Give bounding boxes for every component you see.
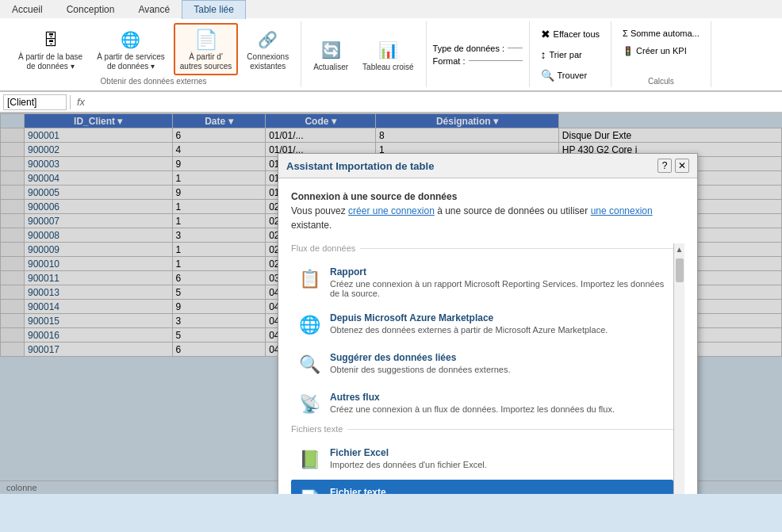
from-services-label: À partir de servicesde données ▾ xyxy=(97,52,165,71)
item-texte[interactable]: 📄 Fichier texte Importez des données à p… xyxy=(291,480,673,494)
rapport-content: Rapport Créez une connexion à un rapport… xyxy=(330,266,668,298)
intro-desc-mid: à une source de données ou utiliser xyxy=(435,205,591,216)
from-other-icon: 📄 xyxy=(194,27,219,52)
sum-auto-button[interactable]: Σ Somme automa... xyxy=(618,26,704,40)
section-fichiers-title: Fichiers texte xyxy=(291,424,673,434)
excel-title: Fichier Excel xyxy=(330,447,668,458)
item-other-flux[interactable]: 📡 Autres flux Créez une connexion à un f… xyxy=(291,385,673,424)
item-suggest[interactable]: 🔍 Suggérer des données liées Obtenir des… xyxy=(291,345,673,385)
other-flux-content: Autres flux Créez une connexion à un flu… xyxy=(330,392,668,414)
clear-all-icon: ✖ xyxy=(541,28,550,40)
sortfilter-buttons: ✖ Effacer tous ↕ Trier par 🔍 Trouver xyxy=(536,23,605,86)
from-services-button[interactable]: 🌐 À partir de servicesde données ▾ xyxy=(91,24,171,75)
create-kpi-button[interactable]: 🚦 Créer un KPI xyxy=(618,44,704,59)
find-icon: 🔍 xyxy=(541,69,554,82)
scroll-track xyxy=(673,255,685,494)
other-flux-title: Autres flux xyxy=(330,392,668,403)
suggest-icon: 🔍 xyxy=(297,352,322,377)
update-icon: 🔄 xyxy=(318,37,343,63)
excel-icon: 📗 xyxy=(297,447,322,473)
intro-desc-post: existante. xyxy=(291,220,332,231)
update-button[interactable]: 🔄 Actualiser xyxy=(308,34,354,75)
existing-conn-icon: 🔗 xyxy=(255,27,281,52)
dialog-title: Assistant Importation de table xyxy=(286,160,434,172)
intro-link-create[interactable]: créer une connexion xyxy=(348,205,435,216)
sum-label: Σ Somme automa... xyxy=(623,29,700,38)
format-row: Format : xyxy=(433,56,523,66)
suggest-desc: Obtenir des suggestions de données exter… xyxy=(330,365,668,374)
rapport-desc: Créez une connexion à un rapport Microso… xyxy=(330,279,668,298)
tab-conception[interactable]: Conception xyxy=(55,0,127,18)
item-rapport[interactable]: 📋 Rapport Créez une connexion à un rappo… xyxy=(291,259,673,305)
texte-title: Fichier texte xyxy=(330,487,668,494)
section-flux-title: Flux de données xyxy=(291,243,673,253)
dialog-help-button[interactable]: ? xyxy=(657,159,672,173)
dialog-close-button[interactable]: ✕ xyxy=(675,159,689,173)
find-label: Trouver xyxy=(558,71,588,80)
item-azure[interactable]: 🌐 Depuis Microsoft Azure Marketplace Obt… xyxy=(291,305,673,345)
name-box[interactable] xyxy=(3,94,67,110)
external-group-label: Obtenir des données externes xyxy=(101,77,207,86)
other-flux-icon: 📡 xyxy=(297,392,322,417)
clear-all-button[interactable]: ✖ Effacer tous xyxy=(536,25,605,43)
dialog-body: Connexion à une source de données Vous p… xyxy=(278,178,697,494)
intro-desc-pre: Vous pouvez xyxy=(291,205,348,216)
from-db-label: À partir de la basede données ▾ xyxy=(18,52,82,71)
existing-conn-button[interactable]: 🔗 Connexionsexistantes xyxy=(241,24,294,75)
ribbon-group-actions: 🔄 Actualiser 📊 Tableau croisé xyxy=(301,21,426,87)
pivot-icon: 📊 xyxy=(375,37,401,63)
from-db-icon: 🗄 xyxy=(38,27,63,52)
from-other-label: À partir d'autres sources xyxy=(180,52,232,71)
kpi-label: 🚦 Créer un KPI xyxy=(623,46,687,56)
sort-label: Trier par xyxy=(550,50,582,59)
ribbon-group-datatype: Type de données : Format : xyxy=(427,21,530,87)
datatype-row: Type de données : xyxy=(433,44,523,53)
dialog-scroll-container: Flux de données 📋 Rapport Créez une conn… xyxy=(291,243,684,494)
clear-all-label: Effacer tous xyxy=(554,29,600,39)
azure-title: Depuis Microsoft Azure Marketplace xyxy=(330,312,668,323)
suggest-title: Suggérer des données liées xyxy=(330,352,668,363)
ribbon: Accueil Conception Avancé Table liée 🗄 À… xyxy=(0,0,782,113)
scroll-thumb[interactable] xyxy=(676,258,684,282)
calculs-buttons: Σ Somme automa... 🚦 Créer un KPI xyxy=(618,23,704,59)
ribbon-group-sortfilter: ✖ Effacer tous ↕ Trier par 🔍 Trouver xyxy=(530,21,612,87)
texte-icon: 📄 xyxy=(297,487,322,494)
ribbon-action-buttons: 🔄 Actualiser 📊 Tableau croisé xyxy=(308,23,419,86)
dialog-overlay: Assistant Importation de table ? ✕ Conne… xyxy=(0,113,782,494)
azure-content: Depuis Microsoft Azure Marketplace Obten… xyxy=(330,312,668,335)
pivot-label: Tableau croisé xyxy=(362,63,413,72)
calculs-label: Calculs xyxy=(648,77,674,86)
dialog-controls: ? ✕ xyxy=(657,159,689,173)
tab-table-liee[interactable]: Table liée xyxy=(182,0,246,19)
azure-icon: 🌐 xyxy=(297,312,322,338)
intro-link-use[interactable]: une connexion xyxy=(591,205,653,216)
dialog-scrollbar[interactable]: ▲ ▼ xyxy=(673,243,684,494)
dialog-items-list: Flux de données 📋 Rapport Créez une conn… xyxy=(291,243,673,494)
dialog-intro: Connexion à une source de données Vous p… xyxy=(291,189,684,232)
item-excel[interactable]: 📗 Fichier Excel Importez des données d'u… xyxy=(291,440,673,480)
formula-input[interactable] xyxy=(88,97,779,108)
ribbon-group-external: 🗄 À partir de la basede données ▾ 🌐 À pa… xyxy=(6,21,301,87)
texte-content: Fichier texte Importez des données à par… xyxy=(330,487,668,494)
dialog-titlebar: Assistant Importation de table ? ✕ xyxy=(278,154,697,178)
sort-button[interactable]: ↕ Trier par xyxy=(536,46,587,63)
scroll-up-arrow[interactable]: ▲ xyxy=(674,243,684,255)
from-db-button[interactable]: 🗄 À partir de la basede données ▾ xyxy=(13,24,88,75)
azure-desc: Obtenez des données externes à partir de… xyxy=(330,325,668,335)
tab-avance[interactable]: Avancé xyxy=(126,0,182,18)
ribbon-group-calculs: Σ Somme automa... 🚦 Créer un KPI Calculs xyxy=(611,21,711,87)
formula-separator xyxy=(70,95,71,109)
intro-title: Connexion à une source de données xyxy=(291,191,457,202)
excel-desc: Importez des données d'un fichier Excel. xyxy=(330,460,668,469)
find-button[interactable]: 🔍 Trouver xyxy=(536,67,592,84)
datatype-label: Type de données : xyxy=(433,44,505,53)
other-flux-desc: Créez une connexion à un flux de données… xyxy=(330,404,668,414)
pivot-button[interactable]: 📊 Tableau croisé xyxy=(357,34,419,75)
existing-conn-label: Connexionsexistantes xyxy=(247,52,289,71)
rapport-title: Rapport xyxy=(330,266,668,277)
spreadsheet-area: ID_Client ▾ Date ▾ Code ▾ Désignation ▾ … xyxy=(0,113,782,494)
formula-fx-icon: fx xyxy=(77,96,85,108)
from-other-button[interactable]: 📄 À partir d'autres sources xyxy=(174,23,239,75)
tab-accueil[interactable]: Accueil xyxy=(0,0,55,18)
format-label: Format : xyxy=(433,56,466,66)
